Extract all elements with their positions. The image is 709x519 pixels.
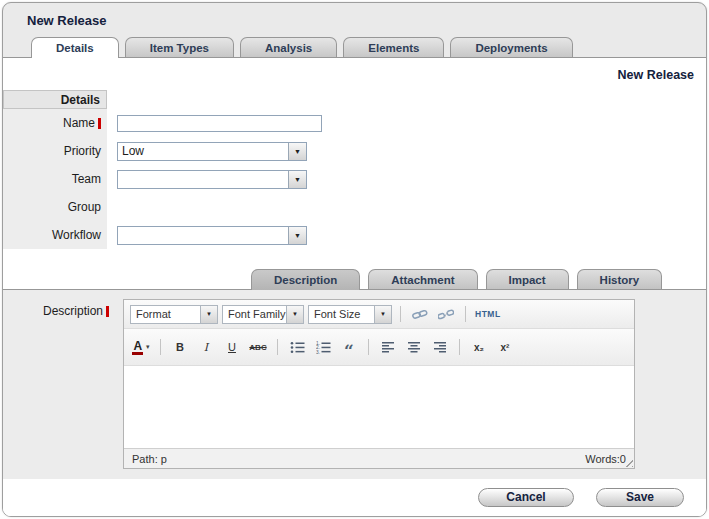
name-input[interactable] [117, 115, 322, 132]
font-size-select[interactable]: Font Size ▼ [308, 305, 392, 324]
details-form: Details Name Priority Low [3, 90, 706, 249]
html-source-button[interactable]: HTML [474, 303, 502, 325]
team-row: Team ▼ [3, 165, 706, 193]
page-title: New Release [27, 13, 107, 28]
bold-button[interactable]: B [169, 336, 191, 358]
name-label: Name [3, 109, 107, 137]
align-center-icon [407, 341, 421, 354]
detail-tab-bar: Description Attachment Impact History [3, 267, 706, 289]
italic-button[interactable]: I [195, 336, 217, 358]
save-button[interactable]: Save [596, 488, 684, 507]
align-left-icon [381, 341, 395, 354]
dropdown-arrow-icon: ▼ [288, 227, 306, 244]
tab-analysis[interactable]: Analysis [240, 37, 337, 57]
underline-button[interactable]: U [221, 336, 243, 358]
form-section-header: Details [3, 90, 706, 109]
toolbar-separator [465, 306, 466, 322]
toolbar-separator [277, 339, 278, 355]
editor-toolbar-row1: Format ▼ Font Family ▼ Font Size ▼ [124, 300, 634, 329]
dropdown-arrow-icon: ▼ [288, 143, 306, 160]
name-row: Name [3, 109, 706, 137]
bullet-list-icon [290, 341, 305, 354]
align-right-icon [433, 341, 447, 354]
workflow-row: Workflow ▼ [3, 221, 706, 249]
description-label: Description [43, 304, 109, 318]
priority-label: Priority [3, 137, 107, 165]
subscript-button[interactable]: x₂ [468, 336, 490, 358]
numbered-list-button[interactable]: 1. 2. 3. [312, 336, 334, 358]
tab-item-types[interactable]: Item Types [125, 37, 234, 57]
tab-description[interactable]: Description [251, 269, 360, 290]
link-icon [412, 308, 428, 321]
unlink-icon [438, 308, 454, 321]
font-color-icon: A [132, 340, 143, 355]
content-heading: New Release [618, 68, 694, 82]
tab-history[interactable]: History [577, 269, 663, 289]
workflow-value [118, 227, 288, 244]
dropdown-arrow-icon: ▼ [200, 306, 217, 323]
dropdown-arrow-icon: ▼ [288, 171, 306, 188]
details-panel: New Release Details Name Priority [3, 57, 706, 517]
priority-value: Low [118, 143, 288, 160]
chevron-down-icon: ▾ [146, 343, 150, 351]
dropdown-arrow-icon: ▼ [286, 306, 303, 323]
align-right-button[interactable] [429, 336, 451, 358]
group-label: Group [3, 193, 107, 221]
align-center-button[interactable] [403, 336, 425, 358]
tab-elements[interactable]: Elements [343, 37, 444, 57]
blockquote-button[interactable]: “ [338, 332, 360, 362]
insert-link-button[interactable] [409, 303, 431, 325]
workflow-select[interactable]: ▼ [117, 226, 307, 245]
priority-select[interactable]: Low ▼ [117, 142, 307, 161]
numbered-list-icon: 1. 2. 3. [316, 341, 331, 354]
remove-link-button[interactable] [435, 303, 457, 325]
editor-path: Path: p [132, 453, 167, 465]
toolbar-separator [459, 339, 460, 355]
toolbar-separator [368, 339, 369, 355]
required-marker [98, 118, 101, 129]
required-marker [106, 306, 109, 317]
team-value [118, 171, 288, 188]
editor-word-count: Words:0 [585, 453, 626, 465]
toolbar-separator [160, 339, 161, 355]
editor-content[interactable] [124, 366, 634, 448]
align-left-button[interactable] [377, 336, 399, 358]
cancel-button[interactable]: Cancel [478, 488, 574, 507]
section-title: Details [3, 90, 107, 109]
toolbar-separator [400, 306, 401, 322]
priority-row: Priority Low ▼ [3, 137, 706, 165]
font-color-button[interactable]: A ▾ [130, 336, 152, 358]
rich-text-editor: Format ▼ Font Family ▼ Font Size ▼ [123, 299, 635, 469]
editor-toolbar-row2: A ▾ B I U ABC [124, 329, 634, 366]
tab-impact[interactable]: Impact [486, 269, 569, 289]
new-release-window: New Release Details Item Types Analysis … [2, 2, 707, 517]
titlebar: New Release [3, 3, 706, 33]
tab-attachment[interactable]: Attachment [368, 269, 477, 289]
dropdown-arrow-icon: ▼ [374, 306, 391, 323]
format-select[interactable]: Format ▼ [130, 305, 218, 324]
main-tab-bar: Details Item Types Analysis Elements Dep… [3, 33, 706, 57]
svg-text:3.: 3. [316, 349, 320, 353]
bullet-list-button[interactable] [286, 336, 308, 358]
workflow-label: Workflow [3, 221, 107, 249]
tab-deployments[interactable]: Deployments [450, 37, 572, 57]
description-section: Description Format ▼ Font Family ▼ Font … [3, 289, 706, 479]
group-row: Group [3, 193, 706, 221]
tab-details[interactable]: Details [31, 37, 119, 58]
font-family-select[interactable]: Font Family ▼ [222, 305, 304, 324]
strikethrough-button[interactable]: ABC [247, 336, 269, 358]
editor-statusbar: Path: p Words:0 [124, 448, 634, 468]
team-select[interactable]: ▼ [117, 170, 307, 189]
action-bar: Cancel Save [3, 479, 706, 516]
team-label: Team [3, 165, 107, 193]
superscript-button[interactable]: x² [494, 336, 516, 358]
